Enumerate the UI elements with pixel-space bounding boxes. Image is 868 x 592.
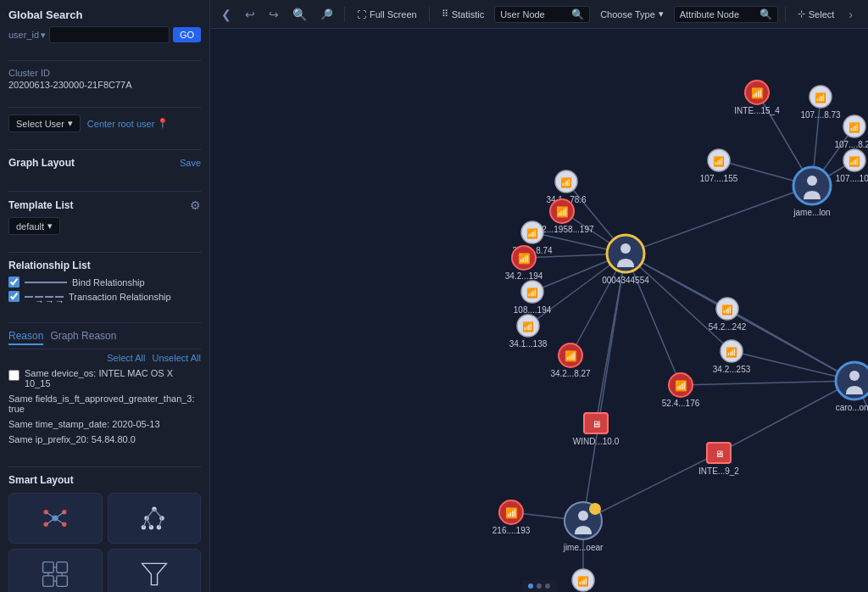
go-button[interactable]: GO	[173, 27, 201, 42]
global-search-title: Global Search	[8, 8, 201, 21]
template-list-section: Template List ⚙ default ▾	[8, 198, 201, 235]
reason-1-checkbox[interactable]	[8, 370, 19, 381]
select-user-dropdown[interactable]: Select User ▾	[8, 114, 81, 132]
page-dot-2	[537, 584, 542, 589]
smart-layout-btn-2[interactable]	[108, 493, 202, 544]
node-label: 107....8.73	[800, 110, 841, 120]
center-root-link[interactable]: Center root user 📍	[87, 118, 169, 129]
graph-node[interactable]: 0004344554	[602, 235, 649, 285]
reason-item-2: Same fields_is_ft_approved_greater_than_…	[8, 394, 201, 414]
svg-point-30	[620, 243, 631, 254]
search-row: user_id ▾ GO	[8, 26, 201, 43]
location-icon: 📍	[157, 118, 169, 129]
choose-type-button[interactable]: Choose Type ▾	[595, 6, 669, 22]
graph-node[interactable]: 📶34.2...253	[713, 340, 751, 374]
graph-node[interactable]: 📶52.4...176	[662, 373, 700, 408]
node-label: 107....155	[700, 174, 738, 183]
reason-1-text: Same device_os: INTEL MAC OS X 10_15	[25, 368, 201, 388]
graph-node[interactable]: 🖥INTE...9_2	[698, 443, 739, 476]
graph-layout-section: Graph Layout Save	[8, 157, 201, 174]
svg-text:🖥: 🖥	[592, 419, 601, 429]
smart-layout-btn-4[interactable]	[108, 549, 202, 592]
gear-icon[interactable]: ⚙	[190, 198, 201, 212]
template-list-header: Template List ⚙	[8, 198, 201, 212]
save-layout-link[interactable]: Save	[180, 158, 201, 168]
search-input[interactable]	[49, 26, 170, 43]
separator-3	[785, 7, 786, 22]
transaction-relationship-checkbox[interactable]	[8, 291, 19, 302]
graph-svg: 0004344554jame...loncaro...ongjime...oea…	[210, 29, 868, 592]
graph-node[interactable]: 📶107....106	[836, 149, 868, 183]
graph-edge	[583, 453, 719, 521]
node-search-input[interactable]	[500, 9, 568, 20]
graph-node[interactable]: jime...oear	[563, 502, 604, 552]
divider-1	[8, 60, 201, 61]
smart-layout-btn-3[interactable]	[8, 549, 103, 592]
graph-node[interactable]: 📶107....8.23	[834, 115, 868, 149]
select-user-row: Select User ▾ Center root user 📍	[8, 114, 201, 132]
divider-5	[8, 252, 201, 253]
user-id-label[interactable]: user_id ▾	[8, 30, 46, 41]
graph-node[interactable]: 📶34.1...78.6	[546, 170, 587, 204]
svg-line-16	[154, 509, 162, 518]
graph-node[interactable]: 📶INTE...15_4	[734, 81, 780, 115]
node-label: 108....194	[514, 305, 552, 315]
smart-layout-btn-1[interactable]	[8, 493, 103, 544]
tab-reason[interactable]: Reason	[8, 330, 43, 345]
fullscreen-icon: ⛶	[357, 9, 366, 20]
graph-edge	[719, 381, 854, 453]
graph-node[interactable]: 📶107....155	[700, 149, 738, 183]
graph-node[interactable]: caro...ong	[836, 362, 868, 412]
svg-text:📶: 📶	[505, 506, 518, 519]
reason-2-text: Same fields_is_ft_approved_greater_than_…	[8, 394, 201, 414]
cluster-id-label: Cluster ID	[8, 68, 201, 78]
separator-1	[344, 7, 345, 22]
attr-search-input[interactable]	[680, 9, 756, 20]
select-actions: Select All Unselect All	[8, 353, 201, 363]
svg-line-8	[55, 518, 64, 524]
back-button[interactable]: ↩	[241, 5, 259, 24]
node-label: 107....8.23	[834, 140, 868, 149]
graph-node[interactable]: 🖥WIND...10.0	[573, 413, 620, 446]
page-dot-1	[528, 584, 533, 589]
graph-node[interactable]: 📶158....198	[565, 569, 603, 592]
svg-marker-28	[142, 563, 166, 584]
node-label: caro...ong	[836, 403, 868, 412]
forward-button[interactable]: ↪	[264, 5, 283, 24]
graph-node[interactable]: 📶34.2...8.27	[550, 343, 591, 378]
page-dot-3	[545, 584, 550, 589]
main-area: ❮ ↩ ↪ 🔍 🔎 ⛶ Full Screen ⠿ Statistic 🔍 Ch…	[210, 0, 868, 592]
svg-text:🖥: 🖥	[715, 449, 724, 459]
graph-edge	[626, 254, 681, 385]
node-search-icon[interactable]: 🔍	[571, 8, 584, 20]
zoom-out-button[interactable]: 🔎	[316, 6, 337, 23]
zoom-in-button[interactable]: 🔍	[288, 5, 311, 24]
template-dropdown[interactable]: default ▾	[8, 217, 60, 235]
node-label: 34.2...253	[713, 365, 751, 374]
node-label: 34.2...194	[505, 271, 543, 281]
attr-search-box: 🔍	[674, 6, 778, 23]
smart-layout-grid	[8, 493, 201, 592]
graph-node[interactable]: 📶107....8.73	[800, 86, 841, 120]
collapse-sidebar-button[interactable]: ❮	[217, 5, 236, 24]
graph-node[interactable]: jame...lon	[793, 167, 831, 217]
graph-node[interactable]: 📶216....193	[492, 500, 531, 535]
toolbar-right-arrow[interactable]: ›	[844, 5, 857, 24]
node-label: jame...lon	[793, 208, 830, 217]
nodes-layer[interactable]: 0004344554jame...loncaro...ongjime...oea…	[492, 81, 868, 592]
node-label: 216....193	[492, 526, 531, 535]
svg-point-32	[807, 176, 817, 186]
graph-node[interactable]: 📶34.1...138	[509, 315, 548, 349]
unselect-all-link[interactable]: Unselect All	[153, 353, 201, 363]
bind-relationship-checkbox[interactable]	[8, 276, 19, 288]
attr-search-icon[interactable]: 🔍	[760, 8, 772, 20]
graph-canvas[interactable]: 0004344554jame...loncaro...ongjime...oea…	[210, 29, 868, 592]
select-button[interactable]: ⊹ Select	[793, 6, 840, 22]
tab-graph-reason[interactable]: Graph Reason	[50, 330, 116, 345]
graph-edge	[626, 186, 812, 254]
svg-text:📶: 📶	[675, 379, 687, 392]
statistic-button[interactable]: ⠿ Statistic	[437, 6, 490, 22]
fullscreen-button[interactable]: ⛶ Full Screen	[352, 7, 422, 22]
svg-text:📶: 📶	[526, 287, 538, 299]
select-all-link[interactable]: Select All	[107, 353, 145, 363]
